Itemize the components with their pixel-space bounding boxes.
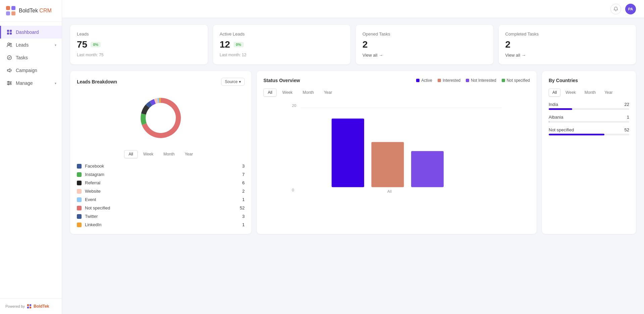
stat-badge-active-leads: 0% xyxy=(234,42,244,47)
stat-card-completed-tasks: Completed Tasks 2 View all → xyxy=(499,25,636,64)
sidebar-item-dashboard[interactable]: Dashboard xyxy=(0,26,62,39)
stat-card-opened-tasks: Opened Tasks 2 View all → xyxy=(356,25,493,64)
logo-text: BoldTek CRM xyxy=(19,8,52,14)
not-interested-dot xyxy=(466,79,469,82)
leads-breakdown-card: Leads Breakdown Source ▾ All xyxy=(70,71,251,234)
sidebar-item-campaign-label: Campaign xyxy=(16,68,37,73)
country-tab-year[interactable]: Year xyxy=(601,88,616,97)
sidebar-nav: Dashboard Leads ▾ Tasks Campaign Manag xyxy=(0,22,62,298)
country-row: Albania 1 xyxy=(549,115,629,120)
notification-bell-button[interactable] xyxy=(610,4,621,14)
status-tab-month[interactable]: Month xyxy=(298,88,318,97)
svg-rect-19 xyxy=(30,304,31,306)
svg-rect-20 xyxy=(27,307,29,308)
sidebar-item-leads[interactable]: Leads ▾ xyxy=(0,39,62,51)
stat-title-completed-tasks: Completed Tasks xyxy=(505,32,630,37)
status-legend: Active Interested Not Interested No xyxy=(416,78,530,83)
country-tab-week[interactable]: Week xyxy=(562,88,579,97)
sidebar-item-leads-label: Leads xyxy=(16,42,29,48)
not-interested-label: Not Interested xyxy=(471,78,496,83)
chevron-down-icon: ▾ xyxy=(55,43,56,47)
legend-dot xyxy=(77,223,82,227)
leads-breakdown-time-tabs: All Week Month Year xyxy=(77,150,245,158)
country-tab-all[interactable]: All xyxy=(549,88,560,97)
svg-rect-1 xyxy=(11,6,15,10)
stat-value-opened-tasks: 2 xyxy=(362,39,368,50)
arrow-right-icon-completed: → xyxy=(522,53,526,58)
stat-card-leads: Leads 75 0% Last month: 75 xyxy=(70,25,208,64)
sidebar-item-tasks[interactable]: Tasks xyxy=(0,51,62,64)
active-label: Active xyxy=(421,78,432,83)
legend-count: 6 xyxy=(242,180,245,185)
stat-value-active-leads: 12 xyxy=(220,39,230,50)
country-row: India 22 xyxy=(549,102,629,107)
sidebar: BoldTek CRM Dashboard Leads ▾ Tasks xyxy=(0,0,62,314)
svg-point-14 xyxy=(8,81,9,82)
grid-icon xyxy=(6,29,12,35)
view-all-opened-tasks-link[interactable]: View all → xyxy=(362,53,487,58)
country-name: India xyxy=(549,102,558,107)
legend-item: Event 1 xyxy=(77,197,245,202)
svg-rect-17 xyxy=(27,304,29,306)
legend-item: Twitter 3 xyxy=(77,214,245,219)
stat-sub-leads: Last month: 75 xyxy=(77,53,201,57)
legend-dot xyxy=(77,172,82,177)
by-countries-header: By Countries xyxy=(549,78,629,83)
country-tab-month[interactable]: Month xyxy=(581,88,599,97)
users-icon xyxy=(6,42,12,48)
sidebar-footer: Powered by BoldTek xyxy=(0,298,62,314)
svg-rect-18 xyxy=(30,307,31,308)
legend-count: 52 xyxy=(240,205,245,210)
country-progress-fill xyxy=(549,108,572,110)
sidebar-item-manage[interactable]: Manage ▾ xyxy=(0,77,62,89)
time-tab-year[interactable]: Year xyxy=(180,150,197,158)
legend-item: Website 2 xyxy=(77,189,245,194)
legend-count: 7 xyxy=(242,172,245,177)
donut-chart-container xyxy=(77,91,245,145)
legend-item: Instagram 7 xyxy=(77,172,245,177)
country-progress-bg xyxy=(549,134,629,135)
status-legend-not-specified: Not specified xyxy=(502,78,530,83)
legend-count: 2 xyxy=(242,189,245,194)
status-overview-card: Status Overview Active Interested Not xyxy=(257,71,537,234)
active-dot xyxy=(416,79,419,82)
view-all-completed-tasks-link[interactable]: View all → xyxy=(505,53,630,58)
stat-value-row-opened-tasks: 2 xyxy=(362,39,487,50)
time-tab-week[interactable]: Week xyxy=(139,150,158,158)
by-countries-card: By Countries All Week Month Year India 2… xyxy=(542,71,636,234)
country-item: Not specified 52 xyxy=(549,127,629,135)
status-tab-week[interactable]: Week xyxy=(278,88,297,97)
legend-item: Not specified 52 xyxy=(77,205,245,210)
svg-rect-7 xyxy=(10,33,12,35)
status-bar-chart: 20 0 All xyxy=(263,101,530,194)
stat-sub-active-leads: Last month: 12 xyxy=(220,53,344,57)
stat-value-leads: 75 xyxy=(77,39,87,50)
time-tab-month[interactable]: Month xyxy=(159,150,179,158)
source-dropdown-button[interactable]: Source ▾ xyxy=(221,78,245,86)
sidebar-item-dashboard-label: Dashboard xyxy=(16,29,39,35)
status-tab-year[interactable]: Year xyxy=(319,88,336,97)
main-content: PA Leads 75 0% Last month: 75 Active Lea… xyxy=(62,0,644,314)
stat-value-row-active-leads: 12 0% xyxy=(220,39,344,50)
country-count: 1 xyxy=(627,115,629,120)
time-tab-all[interactable]: All xyxy=(124,150,137,158)
sidebar-item-campaign[interactable]: Campaign xyxy=(0,64,62,77)
arrow-right-icon-opened: → xyxy=(379,53,383,58)
chevron-down-icon-source: ▾ xyxy=(239,79,241,84)
status-tab-all[interactable]: All xyxy=(263,88,277,97)
stats-row: Leads 75 0% Last month: 75 Active Leads … xyxy=(70,25,636,64)
status-overview-title: Status Overview xyxy=(263,78,300,83)
check-circle-icon xyxy=(6,55,12,61)
country-progress-bg xyxy=(549,108,629,110)
avatar[interactable]: PA xyxy=(625,4,636,14)
status-legend-interested: Interested xyxy=(438,78,460,83)
legend-item: Facebook 3 xyxy=(77,164,245,169)
interested-label: Interested xyxy=(443,78,460,83)
sidebar-item-tasks-label: Tasks xyxy=(16,55,28,60)
bottom-row: Leads Breakdown Source ▾ All xyxy=(70,71,636,234)
svg-point-16 xyxy=(8,84,9,85)
dashboard-content: Leads 75 0% Last month: 75 Active Leads … xyxy=(62,18,644,314)
status-legend-active: Active xyxy=(416,78,432,83)
stat-value-completed-tasks: 2 xyxy=(505,39,511,50)
svg-point-15 xyxy=(10,83,11,84)
